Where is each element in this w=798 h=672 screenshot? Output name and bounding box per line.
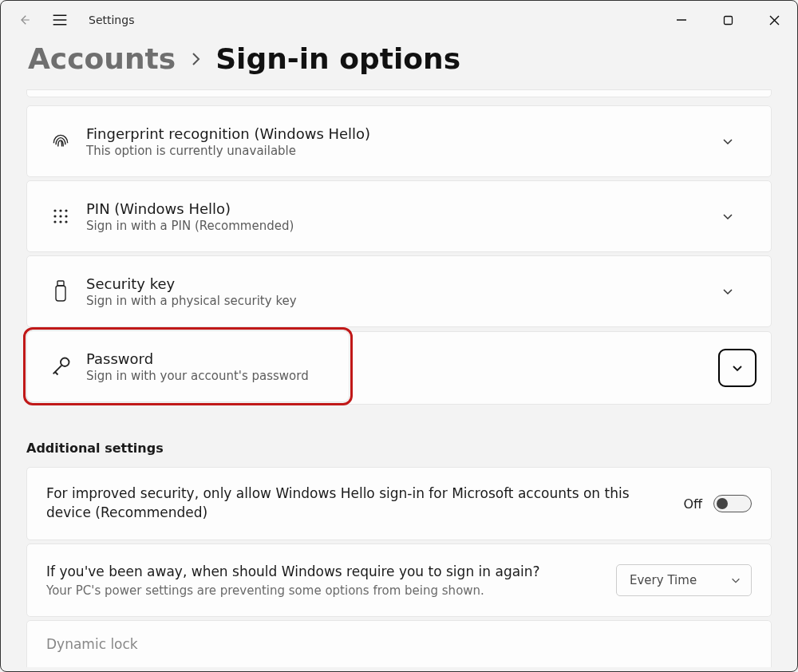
svg-point-11	[59, 215, 61, 217]
svg-rect-4	[724, 16, 732, 24]
svg-point-18	[61, 358, 69, 367]
chevron-down-icon	[704, 210, 752, 223]
option-password[interactable]: Password Sign in with your account's pas…	[26, 330, 350, 402]
titlebar: Settings	[1, 1, 797, 39]
svg-point-8	[59, 209, 61, 211]
chevron-right-icon	[190, 50, 201, 68]
setting-text: Dynamic lock	[46, 635, 733, 654]
chevron-down-icon	[730, 575, 741, 586]
breadcrumb-parent[interactable]: Accounts	[28, 42, 176, 75]
reauth-dropdown[interactable]: Every Time	[616, 564, 752, 596]
option-pin[interactable]: PIN (Windows Hello) Sign in with a PIN (…	[26, 180, 772, 252]
setting-reauth: If you've been away, when should Windows…	[26, 544, 772, 617]
breadcrumb: Accounts Sign-in options	[1, 39, 797, 89]
setting-hello-only[interactable]: For improved security, only allow Window…	[26, 467, 772, 540]
breadcrumb-current: Sign-in options	[215, 42, 460, 75]
svg-rect-17	[56, 286, 65, 301]
option-fingerprint[interactable]: Fingerprint recognition (Windows Hello) …	[26, 105, 772, 177]
back-button[interactable]	[17, 13, 31, 27]
chevron-down-icon	[704, 285, 752, 298]
close-button[interactable]	[751, 1, 797, 39]
option-subtitle: This option is currently unavailable	[86, 144, 704, 158]
chevron-down-focused-icon[interactable]	[718, 349, 757, 387]
toggle-state-label: Off	[683, 496, 702, 512]
key-icon	[43, 355, 78, 378]
caption-buttons	[658, 1, 797, 39]
setting-text: For improved security, only allow Window…	[46, 484, 664, 523]
svg-point-15	[65, 220, 67, 223]
setting-subtext: Your PC's power settings are preventing …	[46, 583, 597, 598]
svg-point-9	[65, 209, 67, 211]
option-title: Fingerprint recognition (Windows Hello)	[86, 125, 704, 142]
minimize-button[interactable]	[658, 1, 705, 39]
setting-text: If you've been away, when should Windows…	[46, 563, 597, 582]
app-title: Settings	[89, 14, 134, 26]
content-area: Fingerprint recognition (Windows Hello) …	[1, 89, 797, 667]
usb-key-icon	[43, 279, 78, 303]
option-subtitle: Sign in with your account's password	[86, 369, 341, 383]
maximize-button[interactable]	[705, 1, 751, 39]
setting-dynamic-lock-partial[interactable]: Dynamic lock	[26, 620, 772, 667]
chevron-down-icon	[704, 135, 752, 148]
svg-point-10	[53, 215, 56, 217]
keypad-icon	[43, 207, 78, 226]
option-password-expand[interactable]	[346, 331, 772, 405]
toggle-switch[interactable]	[713, 495, 752, 512]
svg-point-12	[65, 215, 67, 217]
dropdown-value: Every Time	[630, 573, 697, 587]
option-title: Password	[86, 350, 341, 367]
svg-point-13	[53, 220, 56, 223]
option-subtitle: Sign in with a PIN (Recommended)	[86, 219, 704, 233]
hamburger-menu-icon[interactable]	[52, 13, 68, 27]
svg-point-7	[53, 209, 56, 211]
section-header-additional: Additional settings	[26, 441, 772, 456]
partial-card-above[interactable]	[26, 89, 772, 97]
fingerprint-icon	[43, 131, 78, 152]
option-title: Security key	[86, 275, 704, 292]
option-security-key[interactable]: Security key Sign in with a physical sec…	[26, 255, 772, 327]
svg-rect-16	[57, 281, 64, 286]
option-subtitle: Sign in with a physical security key	[86, 294, 704, 308]
svg-point-14	[59, 220, 61, 223]
option-title: PIN (Windows Hello)	[86, 200, 704, 217]
